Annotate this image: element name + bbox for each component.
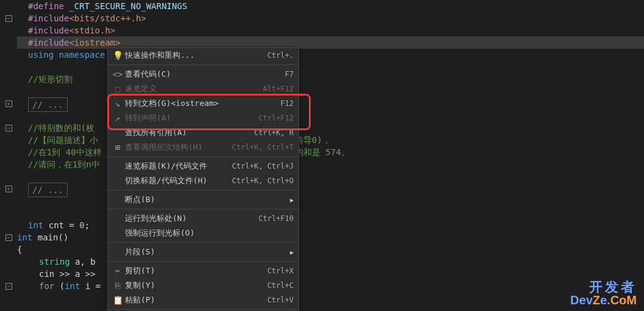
menu-goto-doc[interactable]: ↘ 转到文档(G)<iostream> F12 [108, 96, 299, 111]
code-line: #include<bits/stdc++.h> [17, 12, 644, 24]
menu-label: 断点(B) [125, 194, 286, 205]
submenu-arrow-icon: ▶ [290, 249, 294, 256]
menu-label: 转到声明(A) [125, 113, 252, 124]
paste-icon: 📋 [110, 295, 125, 305]
fold-toggle[interactable]: − [5, 15, 12, 22]
menu-find-refs[interactable]: 查找所有引用(A) Ctrl+K, R [108, 125, 299, 140]
watermark-text: 开发者 [570, 281, 637, 294]
fold-toggle[interactable]: + [5, 100, 12, 107]
peek-icon: ⬚ [110, 84, 125, 94]
code-editor[interactable]: #define _CRT_SECURE_NO_WARNINGS − #inclu… [0, 0, 644, 292]
menu-label: 速览标题(K)/代码文件 [125, 161, 226, 172]
menu-copy[interactable]: ⎘ 复制(Y) Ctrl+C [108, 278, 299, 293]
fold-toggle[interactable]: − [5, 234, 12, 241]
cut-icon: ✂ [110, 266, 125, 276]
menu-label: 快速操作和重构... [125, 50, 261, 61]
menu-label: 运行到光标处(N) [125, 213, 252, 224]
menu-shortcut: Alt+F12 [263, 85, 294, 93]
menu-paste[interactable]: 📋 粘贴(P) Ctrl+V [108, 293, 299, 307]
fold-toggle[interactable]: − [5, 283, 12, 290]
submenu-arrow-icon: ▶ [290, 197, 294, 203]
menu-shortcut: Ctrl+K, Ctrl+T [232, 143, 294, 152]
goto-icon: ↘ [110, 99, 125, 108]
menu-shortcut: Ctrl+C [267, 281, 294, 290]
menu-breakpoint[interactable]: 断点(B) ▶ [108, 192, 299, 207]
menu-goto-decl: ↗ 转到声明(A) Ctrl+F12 [108, 111, 299, 125]
menu-separator [108, 209, 299, 209]
menu-shortcut: Ctrl+. [267, 51, 294, 60]
menu-shortcut: Ctrl+K, Ctrl+O [232, 176, 294, 185]
lightbulb-icon: 💡 [110, 51, 125, 60]
menu-shortcut: Ctrl+X [267, 267, 294, 275]
menu-label: 剪切(T) [125, 265, 261, 276]
context-menu: 💡 快速操作和重构... Ctrl+. <> 查看代码(C) F7 ⬚ 速览定义… [107, 47, 299, 311]
menu-separator [108, 309, 299, 310]
menu-label: 复制(Y) [125, 280, 261, 291]
watermark: 开发者 DevZe.CoM [570, 281, 637, 306]
fold-toggle[interactable]: − [5, 125, 12, 131]
menu-peek-header[interactable]: 速览标题(K)/代码文件 Ctrl+K, Ctrl+J [108, 159, 299, 173]
menu-shortcut: Ctrl+K, R [254, 128, 294, 137]
menu-force-run-to-cursor[interactable]: 强制运行到光标(O) [108, 226, 299, 240]
menu-shortcut: F12 [280, 99, 294, 108]
code-icon: <> [110, 69, 125, 79]
menu-shortcut: F7 [285, 70, 294, 79]
menu-separator [108, 156, 299, 157]
menu-separator [108, 261, 299, 262]
menu-label: 速览定义 [125, 83, 257, 94]
menu-label: 转到文档(G)<iostream> [125, 98, 274, 109]
menu-cut[interactable]: ✂ 剪切(T) Ctrl+X [108, 264, 299, 278]
copy-icon: ⎘ [110, 281, 125, 290]
menu-label: 查看调用层次结构(H) [125, 142, 226, 153]
menu-label: 片段(S) [125, 246, 286, 257]
code-line-current: #include<iostream> [17, 37, 644, 49]
menu-view-code[interactable]: <> 查看代码(C) F7 [108, 67, 299, 82]
code-line: #define _CRT_SECURE_NO_WARNINGS [17, 0, 644, 12]
menu-label: 查找所有引用(A) [125, 127, 248, 138]
menu-snippet[interactable]: 片段(S) ▶ [108, 245, 299, 259]
menu-separator [108, 242, 299, 243]
watermark-text: DevZe.CoM [570, 294, 637, 306]
menu-run-to-cursor[interactable]: 运行到光标处(N) Ctrl+F10 [108, 211, 299, 226]
menu-separator [108, 190, 299, 190]
menu-separator [108, 65, 299, 65]
menu-label: 切换标题/代码文件(H) [125, 175, 226, 186]
hierarchy-icon: ⊞ [110, 142, 125, 152]
menu-shortcut: Ctrl+K, Ctrl+J [232, 162, 294, 170]
menu-toggle-header[interactable]: 切换标题/代码文件(H) Ctrl+K, Ctrl+O [108, 173, 299, 188]
menu-quick-actions[interactable]: 💡 快速操作和重构... Ctrl+. [108, 48, 299, 63]
fold-toggle[interactable]: + [5, 186, 12, 192]
menu-label: 粘贴(P) [125, 295, 261, 306]
menu-shortcut: Ctrl+V [267, 296, 294, 304]
decl-icon: ↗ [110, 113, 125, 123]
menu-peek-def: ⬚ 速览定义 Alt+F12 [108, 82, 299, 96]
menu-call-hierarchy: ⊞ 查看调用层次结构(H) Ctrl+K, Ctrl+T [108, 140, 299, 155]
code-line: #include<stdio.h> [17, 24, 644, 37]
menu-label: 查看代码(C) [125, 69, 279, 80]
menu-shortcut: Ctrl+F10 [258, 214, 294, 223]
menu-label: 强制运行到光标(O) [125, 228, 294, 239]
menu-shortcut: Ctrl+F12 [258, 114, 294, 122]
